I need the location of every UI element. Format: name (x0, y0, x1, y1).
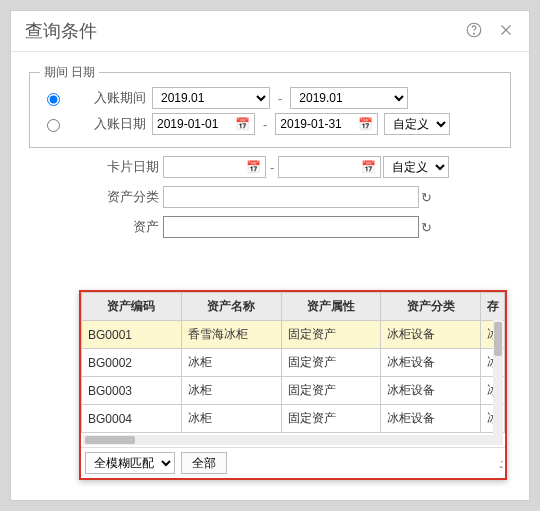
dash-icon: - (270, 160, 274, 175)
date-preset-select[interactable]: 自定义 (384, 113, 450, 135)
asset-row: 资产 ↻ (29, 216, 511, 238)
date-to-field[interactable]: 📅 (275, 113, 378, 135)
asset-class-label: 资产分类 (29, 188, 159, 206)
date-from-input[interactable] (153, 114, 231, 134)
cell-attr: 固定资产 (281, 377, 381, 405)
col-attr[interactable]: 资产属性 (281, 293, 381, 321)
cell-code: BG0003 (82, 377, 182, 405)
asset-class-row: 资产分类 ↻ (29, 186, 511, 208)
date-to-input[interactable] (276, 114, 354, 134)
dash-icon: - (278, 91, 282, 106)
cell-cls: 冰柜设备 (381, 321, 481, 349)
table-row[interactable]: BG0002冰柜固定资产冰柜设备冰 (82, 349, 505, 377)
cell-name: 冰柜 (181, 405, 281, 433)
cell-name: 香雪海冰柜 (181, 321, 281, 349)
asset-class-input[interactable] (163, 186, 419, 208)
period-to-select[interactable]: 2019.01 (290, 87, 408, 109)
cell-cls: 冰柜设备 (381, 377, 481, 405)
titlebar: 查询条件 (11, 11, 529, 52)
date-range-row: 入账日期 📅 - 📅 自定义 (42, 113, 498, 135)
date-from-field[interactable]: 📅 (152, 113, 255, 135)
popup-footer: 全模糊匹配 全部 ..:: (81, 447, 505, 478)
table-row[interactable]: BG0004冰柜固定资产冰柜设备冰 (82, 405, 505, 433)
asset-lookup-popup: 资产编码 资产名称 资产属性 资产分类 存 BG0001香雪海冰柜固定资产冰柜设… (79, 290, 507, 480)
help-icon[interactable] (465, 21, 483, 42)
grid-header-row: 资产编码 资产名称 资产属性 资产分类 存 (82, 293, 505, 321)
cell-code: BG0004 (82, 405, 182, 433)
cell-name: 冰柜 (181, 349, 281, 377)
period-legend: 期间 日期 (40, 64, 99, 81)
asset-grid: 资产编码 资产名称 资产属性 资产分类 存 BG0001香雪海冰柜固定资产冰柜设… (81, 292, 505, 447)
lookup-icon[interactable]: ↻ (421, 190, 432, 205)
calendar-icon[interactable]: 📅 (354, 117, 377, 131)
col-code[interactable]: 资产编码 (82, 293, 182, 321)
card-date-to-input[interactable] (279, 157, 357, 177)
cell-code: BG0002 (82, 349, 182, 377)
cell-name: 冰柜 (181, 377, 281, 405)
calendar-icon[interactable]: 📅 (357, 160, 380, 174)
period-from-select[interactable]: 2019.01 (152, 87, 270, 109)
calendar-icon[interactable]: 📅 (242, 160, 265, 174)
period-fieldset: 期间 日期 入账期间 2019.01 - 2019.01 入账日期 📅 - 📅 (29, 72, 511, 148)
card-date-row: 卡片日期 📅 - 📅 自定义 (29, 156, 511, 178)
period-range-label: 入账期间 (86, 89, 146, 107)
svg-point-1 (474, 33, 475, 34)
col-ext[interactable]: 存 (481, 293, 505, 321)
asset-input[interactable] (163, 216, 419, 238)
lookup-icon[interactable]: ↻ (421, 220, 432, 235)
close-icon[interactable] (497, 21, 515, 42)
table-row[interactable]: BG0003冰柜固定资产冰柜设备冰 (82, 377, 505, 405)
cell-cls: 冰柜设备 (381, 349, 481, 377)
cell-code: BG0001 (82, 321, 182, 349)
calendar-icon[interactable]: 📅 (231, 117, 254, 131)
cell-attr: 固定资产 (281, 349, 381, 377)
resize-handle-icon[interactable]: ..:: (499, 456, 501, 471)
card-date-preset-select[interactable]: 自定义 (383, 156, 449, 178)
cell-attr: 固定资产 (281, 321, 381, 349)
vertical-scrollbar[interactable] (493, 320, 503, 438)
dash-icon: - (263, 117, 267, 132)
period-range-row: 入账期间 2019.01 - 2019.01 (42, 87, 498, 109)
card-date-to-field[interactable]: 📅 (278, 156, 381, 178)
dialog-body: 期间 日期 入账期间 2019.01 - 2019.01 入账日期 📅 - 📅 (11, 52, 529, 500)
all-button[interactable]: 全部 (181, 452, 227, 474)
period-range-radio[interactable] (47, 93, 60, 106)
table-row[interactable]: BG0001香雪海冰柜固定资产冰柜设备冰 (82, 321, 505, 349)
card-date-from-field[interactable]: 📅 (163, 156, 266, 178)
dialog-title: 查询条件 (25, 19, 97, 43)
cell-cls: 冰柜设备 (381, 405, 481, 433)
card-date-label: 卡片日期 (29, 158, 159, 176)
cell-attr: 固定资产 (281, 405, 381, 433)
asset-label: 资产 (29, 218, 159, 236)
date-range-radio[interactable] (47, 119, 60, 132)
horizontal-scrollbar[interactable] (83, 435, 503, 445)
card-date-from-input[interactable] (164, 157, 242, 177)
col-name[interactable]: 资产名称 (181, 293, 281, 321)
date-range-label: 入账日期 (86, 115, 146, 133)
col-class[interactable]: 资产分类 (381, 293, 481, 321)
query-dialog: 查询条件 期间 日期 入账期间 2019.01 - 2019.01 入账日期 (10, 10, 530, 501)
match-mode-select[interactable]: 全模糊匹配 (85, 452, 175, 474)
